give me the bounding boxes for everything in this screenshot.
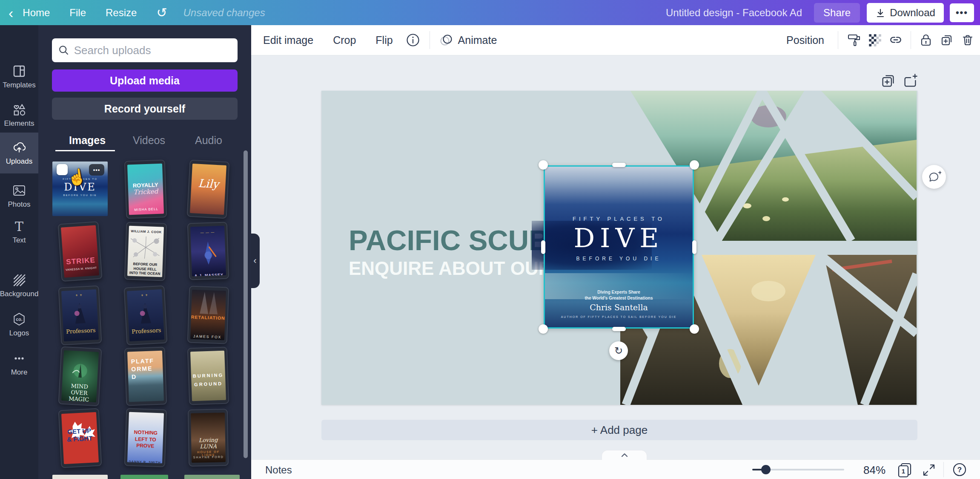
active-tab-underline: [55, 150, 115, 151]
upload-thumbnail-loving-luna[interactable]: Loving LUNA HOUSE OF LIONS SHAYNE FORD: [188, 409, 229, 467]
svg-text:co.: co.: [16, 317, 22, 322]
lock-icon[interactable]: [920, 33, 932, 47]
home-button[interactable]: Home: [23, 7, 50, 19]
zoom-level[interactable]: 84%: [863, 464, 885, 477]
edit-image-button[interactable]: Edit image: [263, 34, 313, 46]
sand-streak: [544, 273, 694, 299]
resize-menu[interactable]: Resize: [106, 7, 137, 19]
toolbar-divider: [430, 31, 430, 49]
upload-thumbnail-professors-2[interactable]: ⚜ ⚜ Professors: [124, 286, 168, 346]
selection-handle-top[interactable]: [612, 163, 626, 167]
selected-image-dive-cover[interactable]: FIFTY PLACES TO DIVE BEFORE YOU DIE Divi…: [544, 165, 694, 329]
upload-thumbnail-burning-ground[interactable]: BURNING GROUND: [187, 346, 229, 405]
transparency-icon[interactable]: [868, 33, 882, 47]
sidebar-item-uploads[interactable]: Uploads: [0, 133, 38, 173]
sidebar-item-background[interactable]: Background: [0, 267, 38, 304]
notes-collapse-tab[interactable]: [602, 450, 647, 460]
selection-handle-top-right[interactable]: [690, 160, 699, 170]
design-page[interactable]: PACIFIC SCUBA ENQUIRE ABOUT OUR: [321, 91, 917, 405]
templates-icon: [12, 64, 26, 78]
upload-media-button[interactable]: Upload media: [52, 69, 238, 92]
search-box: [52, 38, 238, 62]
download-button[interactable]: Download: [867, 3, 944, 23]
elements-icon: [12, 102, 26, 117]
position-button[interactable]: Position: [786, 34, 824, 46]
upload-thumbnail-nothing-left[interactable]: NOTHING LEFT TO PROVE DANNY R. SMITH: [124, 408, 167, 467]
file-menu[interactable]: File: [69, 7, 86, 19]
sidebar-item-elements[interactable]: Elements: [0, 97, 38, 133]
animate-button[interactable]: Animate: [458, 34, 497, 46]
hand-cursor: ☝: [66, 167, 87, 188]
search-input[interactable]: [74, 44, 231, 57]
add-comment-button[interactable]: [922, 165, 946, 189]
selection-handle-bottom[interactable]: [612, 327, 626, 331]
design-title[interactable]: Untitled design - Facebook Ad: [666, 7, 802, 19]
sidebar-item-photos[interactable]: Photos: [0, 178, 38, 214]
canvas-toolbar: Edit image Crop Flip Animate Position: [251, 25, 980, 55]
upload-thumbnail-ocean-house[interactable]: WILLIAM J. COOK BEFORE OUR HOUSE FELL IN…: [124, 222, 167, 281]
share-button[interactable]: Share: [814, 3, 860, 23]
svg-text:?: ?: [957, 466, 962, 474]
flip-button[interactable]: Flip: [375, 34, 393, 46]
crop-button[interactable]: Crop: [333, 34, 356, 46]
zoom-slider-thumb[interactable]: [761, 465, 771, 474]
comment-plus-icon: [927, 170, 941, 184]
upload-thumbnail-partial[interactable]: [52, 475, 108, 479]
upload-thumbnail-platformed[interactable]: PLATFORMED: [124, 346, 167, 406]
more-options-button[interactable]: •••: [950, 3, 974, 22]
text-icon: T: [12, 219, 26, 234]
notes-button[interactable]: Notes: [265, 464, 292, 476]
help-button[interactable]: ?: [952, 462, 967, 479]
tab-videos[interactable]: Videos: [133, 134, 165, 147]
add-page-icon[interactable]: [903, 73, 918, 89]
tab-images[interactable]: Images: [69, 134, 106, 147]
panel-collapse-button[interactable]: ‹: [250, 234, 260, 288]
record-yourself-button[interactable]: Record yourself: [52, 98, 238, 120]
info-icon[interactable]: [406, 33, 420, 47]
background-icon: [12, 273, 26, 287]
upload-thumbnail-lily[interactable]: Lily: [187, 160, 230, 219]
search-icon: [59, 45, 69, 56]
rotate-handle[interactable]: ↻: [609, 341, 628, 360]
add-page-button[interactable]: + Add page: [321, 420, 917, 440]
panel-scrollbar[interactable]: [244, 150, 248, 458]
page-indicator[interactable]: 1: [897, 462, 914, 479]
selection-handle-bottom-left[interactable]: [539, 324, 548, 334]
cracked-glass-art: [128, 234, 163, 261]
more-icon: [12, 351, 26, 366]
upload-thumbnail-professors-1[interactable]: ⚜ ⚜ Professors: [58, 286, 102, 346]
duplicate-page-icon[interactable]: [880, 73, 896, 89]
tab-audio[interactable]: Audio: [195, 134, 222, 147]
sidebar-item-logos[interactable]: co. Logos: [0, 306, 38, 343]
upload-thumbnail-partial[interactable]: [184, 475, 240, 479]
uploads-panel: Upload media Record yourself Images Vide…: [38, 25, 251, 479]
upload-thumbnail-partial[interactable]: [120, 475, 168, 479]
upload-thumbnail-royally-tricked[interactable]: ROYALLY Tricked MISHA BELL: [124, 159, 167, 219]
selection-handle-right[interactable]: [692, 240, 696, 254]
selection-handle-top-left[interactable]: [539, 160, 548, 170]
upload-thumbnail-strike[interactable]: STRIKE VANESSA M. KNIGHT: [57, 221, 102, 282]
upload-thumbnail-get-up-fight[interactable]: GET UP & FIGHT: [58, 408, 102, 468]
link-icon[interactable]: [888, 33, 903, 47]
upload-thumbnail-mind-over-magic[interactable]: MIND OVER MAGIC: [58, 346, 102, 407]
sidebar-item-more[interactable]: More: [0, 346, 38, 382]
undo-icon[interactable]: ↺: [156, 5, 167, 20]
download-icon: [875, 8, 885, 18]
back-chevron-icon[interactable]: ‹: [9, 6, 13, 20]
upload-thumbnail-retaliation[interactable]: RETALIATION JAMES FOX: [187, 286, 229, 344]
copy-style-roller-icon[interactable]: [848, 33, 861, 47]
upload-thumbnail-massey[interactable]: — — — A.J. MASSEY: [187, 222, 229, 280]
toolbar-divider: [911, 31, 911, 49]
logos-icon: co.: [12, 312, 26, 326]
selection-handle-left[interactable]: [541, 240, 545, 254]
canvas-subheading-text[interactable]: ENQUIRE ABOUT OUR: [349, 258, 552, 279]
sorceress-art: [127, 300, 163, 327]
fullscreen-icon[interactable]: [922, 463, 936, 479]
sidebar-item-text[interactable]: T Text: [0, 214, 38, 250]
footer-divider: [943, 462, 944, 477]
duplicate-icon[interactable]: [940, 33, 954, 47]
delete-icon[interactable]: [961, 33, 974, 47]
selection-handle-bottom-right[interactable]: [690, 324, 699, 334]
sidebar-item-templates[interactable]: Templates: [0, 58, 38, 95]
thumbnail-menu-button[interactable]: •••: [89, 164, 104, 176]
